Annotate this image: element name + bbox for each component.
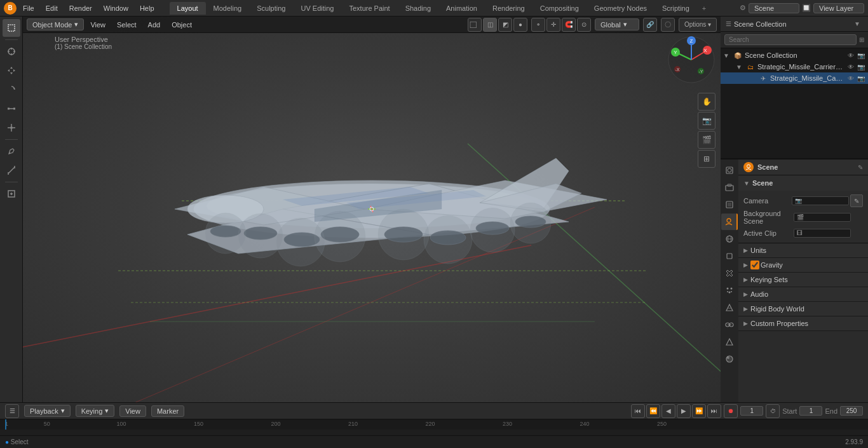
outliner-object-item[interactable]: ▶ ✈ Strategic_Missile_Carrier_... 👁 📷 <box>721 72 868 84</box>
sync-btn[interactable]: ⏱ <box>766 404 780 418</box>
proportional-falloff[interactable]: 〇 <box>661 18 675 32</box>
prop-particles-icon[interactable] <box>721 282 738 299</box>
keying-btn[interactable]: Keying ▾ <box>76 405 115 417</box>
active-clip-value[interactable]: 🎞 <box>794 229 851 238</box>
frame-current-input[interactable]: 1 <box>740 406 763 416</box>
scene-selector[interactable]: Scene <box>749 3 799 13</box>
viewport-gizmo-btn[interactable]: ✛ <box>546 18 560 32</box>
prop-world-icon[interactable] <box>721 231 738 247</box>
rigid-body-header[interactable]: ▶ Rigid Body World <box>738 302 868 316</box>
end-frame-input[interactable]: 250 <box>840 406 863 416</box>
transform-orientation[interactable]: Global ▾ <box>595 18 639 31</box>
options-menu[interactable]: Options ▾ <box>679 18 717 32</box>
viewport-shading-wire[interactable]: ⃞ <box>468 18 482 32</box>
menu-render[interactable]: Render <box>64 3 97 13</box>
scene-section-header[interactable]: ▼ Scene <box>738 175 868 191</box>
tab-compositing[interactable]: Compositing <box>532 2 587 15</box>
outliner-render-btn[interactable]: 📷 <box>857 51 865 60</box>
vp-menu-object[interactable]: Object <box>166 20 197 30</box>
vp-layout-btn[interactable]: ⊞ <box>698 150 715 168</box>
vp-render-btn[interactable]: 🎬 <box>698 131 715 149</box>
tab-modeling[interactable]: Modeling <box>206 2 250 15</box>
tab-layout[interactable]: Layout <box>170 2 206 15</box>
tab-texture-paint[interactable]: Texture Paint <box>341 2 397 15</box>
jump-start-btn[interactable]: ⏮ <box>631 404 645 418</box>
keying-sets-header[interactable]: ▶ Keying Sets <box>738 273 868 287</box>
tab-uv-editing[interactable]: UV Editing <box>293 2 341 15</box>
viewport-proportional-btn[interactable]: ⊙ <box>577 18 591 32</box>
vp-menu-add[interactable]: Add <box>143 20 166 30</box>
viewport-snap-btn[interactable]: 🧲 <box>562 18 576 32</box>
tool-annotate[interactable] <box>3 142 20 160</box>
tab-animation[interactable]: Animation <box>438 2 485 15</box>
timeline-menu-btn[interactable]: ☰ <box>5 404 19 418</box>
outliner-search-input[interactable] <box>724 34 857 45</box>
tab-sculpting[interactable]: Sculpting <box>249 2 293 15</box>
tool-add-cube[interactable] <box>3 185 20 203</box>
add-workspace-tab[interactable]: + <box>697 2 711 15</box>
prop-material-icon[interactable] <box>721 351 738 367</box>
tool-select-box[interactable] <box>3 19 20 37</box>
outliner-scene-collection[interactable]: ▼ 📦 Scene Collection 👁 📷 <box>721 50 868 61</box>
prop-scene-icon[interactable] <box>721 214 738 230</box>
menu-window[interactable]: Window <box>98 3 133 13</box>
outliner-eye-btn-3[interactable]: 👁 <box>846 74 855 83</box>
prop-constraints-icon[interactable] <box>721 316 738 333</box>
playback-btn[interactable]: Playback ▾ <box>24 405 71 417</box>
prop-output-icon[interactable] <box>721 179 738 196</box>
tab-rendering[interactable]: Rendering <box>485 2 532 15</box>
units-header[interactable]: ▶ Units <box>738 243 868 257</box>
prop-physics-icon[interactable] <box>721 299 738 316</box>
prop-object-icon[interactable] <box>721 248 738 264</box>
tool-measure[interactable] <box>3 161 20 179</box>
audio-header[interactable]: ▶ Audio <box>738 287 868 301</box>
prop-header-btn-1[interactable]: ✎ <box>858 164 863 171</box>
viewport-shading-rendered[interactable]: ● <box>513 18 527 32</box>
outliner-render-btn-2[interactable]: 📷 <box>857 62 865 71</box>
play-reverse-btn[interactable]: ◀ <box>661 404 675 418</box>
tool-scale[interactable] <box>3 100 20 118</box>
axis-gizmo[interactable]: X Y Z -X -Y <box>666 34 719 88</box>
gravity-checkbox[interactable] <box>750 261 759 269</box>
viewport-shading-solid[interactable]: ◫ <box>483 18 497 32</box>
viewport-shading-material[interactable]: ◩ <box>498 18 512 32</box>
tab-geometry-nodes[interactable]: Geometry Nodes <box>587 2 654 15</box>
record-btn[interactable]: ⏺ <box>724 404 738 418</box>
camera-value[interactable]: 📷 <box>792 196 849 205</box>
outliner-filter-icon[interactable]: ⊞ <box>859 36 864 43</box>
marker-btn[interactable]: Marker <box>151 405 184 417</box>
outliner-filter-btn[interactable]: ▼ <box>851 18 863 30</box>
menu-help[interactable]: Help <box>135 3 159 13</box>
prop-render-icon[interactable] <box>721 162 738 179</box>
timeline-area[interactable]: 1 50 100 150 200 210 220 230 240 250 <box>0 419 868 435</box>
blender-logo[interactable]: B <box>4 2 17 15</box>
tab-scripting[interactable]: Scripting <box>654 2 697 15</box>
prop-viewlayer-icon[interactable] <box>721 196 738 213</box>
view-btn[interactable]: View <box>119 405 146 417</box>
prop-data-icon[interactable] <box>721 334 738 350</box>
tool-cursor[interactable] <box>3 43 20 60</box>
background-scene-value[interactable]: 🎬 <box>794 213 851 222</box>
view-layer-selector[interactable]: View Layer <box>813 3 864 13</box>
outliner-render-btn-3[interactable]: 📷 <box>857 74 865 83</box>
prop-modifier-icon[interactable] <box>721 265 738 282</box>
next-keyframe-btn[interactable]: ⏩ <box>692 404 706 418</box>
vp-menu-select[interactable]: Select <box>112 20 142 30</box>
viewport[interactable]: Object Mode ▾ View Select Add Object ⃞ ◫… <box>23 17 721 402</box>
prev-keyframe-btn[interactable]: ⏪ <box>646 404 660 418</box>
play-btn[interactable]: ▶ <box>677 404 691 418</box>
menu-file[interactable]: File <box>18 3 39 13</box>
outliner-eye-btn-2[interactable]: 👁 <box>846 62 855 71</box>
gravity-header[interactable]: ▶ Gravity <box>738 258 868 272</box>
vp-camera-btn[interactable]: 📷 <box>698 112 715 130</box>
jump-end-btn[interactable]: ⏭ <box>707 404 721 418</box>
snap-options[interactable]: 🔗 <box>643 18 657 32</box>
outliner-visibility-btn[interactable]: 👁 <box>846 51 855 60</box>
start-frame-input[interactable]: 1 <box>799 406 822 416</box>
tool-rotate[interactable] <box>3 81 20 98</box>
vp-menu-view[interactable]: View <box>85 20 111 30</box>
object-mode-btn[interactable]: Object Mode ▾ <box>27 18 84 31</box>
camera-edit-btn[interactable]: ✎ <box>850 194 863 207</box>
menu-edit[interactable]: Edit <box>41 3 63 13</box>
custom-props-header[interactable]: ▶ Custom Properties <box>738 316 868 330</box>
